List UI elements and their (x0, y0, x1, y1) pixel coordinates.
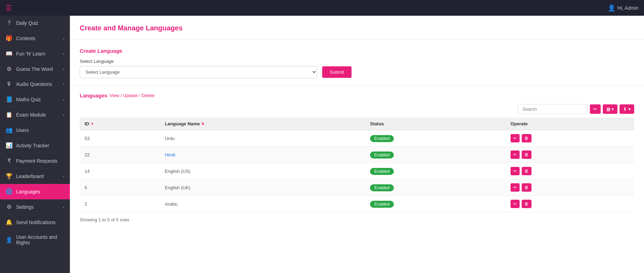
id-sort-icon[interactable]: ▼ (91, 122, 94, 126)
table-row: 5 English (UK) Enabled ✏ 🗑 (80, 179, 634, 196)
sidebar-icon-user-accounts: 👤 (6, 237, 13, 243)
sidebar-item-payment-requests[interactable]: ₹ Payment Requests (0, 153, 70, 169)
th-language-name: Language Name ⇅ (160, 118, 365, 130)
select-row: Select Language Submit (80, 66, 634, 78)
search-input[interactable] (518, 104, 588, 114)
cell-operate: ✏ 🗑 (506, 179, 634, 196)
table-body: 53 Urdu Enabled ✏ 🗑 22 Hindi Enabled (80, 130, 634, 212)
edit-button[interactable]: ✏ (511, 150, 520, 159)
sidebar-label-payment-requests: Payment Requests (16, 158, 64, 164)
sidebar-item-exam-module[interactable]: 📋 Exam Module › (0, 107, 70, 123)
main-wrapper: ? Daily Quiz 🎁 Contests › 📖 Fun 'N' Lear… (0, 0, 644, 273)
sidebar-label-exam-module: Exam Module (16, 112, 59, 118)
sidebar-item-users[interactable]: 👥 Users (0, 123, 70, 138)
sidebar-item-contests[interactable]: 🎁 Contests › (0, 31, 70, 46)
chevron-icon-exam-module: › (63, 113, 64, 117)
sidebar-item-guess-the-word[interactable]: ⚙ Guess The Word › (0, 61, 70, 77)
edit-button[interactable]: ✏ (511, 134, 520, 142)
delete-button[interactable]: 🗑 (522, 200, 531, 208)
delete-button[interactable]: 🗑 (522, 134, 531, 142)
sidebar-icon-payment-requests: ₹ (6, 157, 13, 164)
content-area: Create and Manage Languages Create Langu… (70, 16, 644, 273)
sidebar-icon-languages: 🌐 (6, 188, 13, 195)
sidebar-label-settings: Settings (16, 204, 59, 210)
sidebar-label-fun-learn: Fun 'N' Learn (16, 51, 59, 57)
sidebar-icon-daily-quiz: ? (6, 20, 13, 26)
sidebar-label-guess-the-word: Guess The Word (16, 66, 59, 72)
th-status: Status (365, 118, 506, 130)
sidebar-item-user-accounts[interactable]: 👤 User Accounts and Rights (0, 230, 70, 250)
user-info: 👤 Hi, Admin (608, 4, 638, 12)
sidebar-icon-settings: ⚙ (6, 204, 13, 210)
cell-status: Enabled (365, 196, 506, 212)
table-header: ID ▼ Language Name ⇅ Status Operate (80, 118, 634, 130)
edit-button[interactable]: ✏ (511, 183, 520, 192)
cell-id: 2 (80, 196, 160, 212)
edit-icon-button[interactable]: ✏ (590, 104, 601, 114)
cell-status: Enabled (365, 163, 506, 179)
sidebar-item-settings[interactable]: ⚙ Settings › (0, 199, 70, 215)
chevron-icon-maths-quiz: › (63, 97, 64, 102)
sidebar-item-languages[interactable]: 🌐 Languages (0, 184, 70, 199)
cell-operate: ✏ 🗑 (506, 130, 634, 147)
hamburger-icon[interactable]: ☰ (6, 4, 12, 12)
sidebar-icon-exam-module: 📋 (6, 111, 13, 118)
showing-rows-label: Showing 1 to 5 of 5 rows (80, 217, 634, 222)
user-greeting-label: Hi, Admin (617, 5, 638, 11)
delete-button[interactable]: 🗑 (522, 150, 531, 159)
cell-language-name[interactable]: Hindi (160, 147, 365, 163)
languages-section-title: Languages (80, 93, 107, 98)
sidebar-label-activity-tracker: Activity Tracker (16, 143, 64, 148)
sidebar-label-send-notifications: Send Notifications (16, 220, 64, 225)
sidebar-label-languages: Languages (16, 189, 64, 194)
page-title: Create and Manage Languages (80, 24, 634, 32)
sidebar-item-fun-learn[interactable]: 📖 Fun 'N' Learn › (0, 46, 70, 61)
language-name-link[interactable]: Hindi (165, 152, 175, 157)
operate-buttons: ✏ 🗑 (511, 183, 629, 192)
sidebar-icon-contests: 🎁 (6, 35, 13, 42)
operate-buttons: ✏ 🗑 (511, 134, 629, 142)
cell-language-name: Urdu (160, 130, 365, 147)
sidebar-item-send-notifications[interactable]: 🔔 Send Notifications (0, 215, 70, 230)
sidebar-item-daily-quiz[interactable]: ? Daily Quiz (0, 16, 70, 31)
chevron-icon-fun-learn: › (63, 52, 64, 56)
topbar: ☰ 👤 Hi, Admin (0, 0, 644, 16)
sidebar-item-audio-questions[interactable]: 🎙 Audio Questions › (0, 77, 70, 92)
download-button[interactable]: ⬇ ▾ (620, 104, 634, 114)
cell-operate: ✏ 🗑 (506, 163, 634, 179)
cell-operate: ✏ 🗑 (506, 147, 634, 163)
edit-button[interactable]: ✏ (511, 200, 520, 208)
status-badge: Enabled (370, 135, 394, 142)
languages-table: ID ▼ Language Name ⇅ Status Operate (80, 118, 634, 212)
operate-buttons: ✏ 🗑 (511, 200, 629, 208)
operate-buttons: ✏ 🗑 (511, 167, 629, 175)
sidebar-item-activity-tracker[interactable]: 📊 Activity Tracker (0, 138, 70, 153)
cell-status: Enabled (365, 147, 506, 163)
lang-sort-icon[interactable]: ⇅ (201, 122, 204, 126)
languages-section-subtitle: View / Update / Delete (109, 93, 154, 98)
languages-table-section: Languages View / Update / Delete ✏ ▦ ▾ ⬇… (70, 86, 644, 229)
languages-header: Languages View / Update / Delete (80, 93, 634, 98)
sidebar-item-maths-quiz[interactable]: 📘 Maths Quiz › (0, 92, 70, 107)
create-language-section: Create Language Select Language Select L… (70, 39, 644, 86)
status-badge: Enabled (370, 168, 394, 175)
sidebar-icon-fun-learn: 📖 (6, 50, 13, 57)
sidebar-label-maths-quiz: Maths Quiz (16, 97, 59, 102)
sidebar-label-audio-questions: Audio Questions (16, 81, 59, 87)
edit-button[interactable]: ✏ (511, 167, 520, 175)
sidebar-icon-leaderboard: 🏆 (6, 173, 13, 179)
columns-button[interactable]: ▦ ▾ (603, 104, 618, 114)
cell-id: 14 (80, 163, 160, 179)
page-title-section: Create and Manage Languages (70, 16, 644, 39)
sidebar-item-leaderboard[interactable]: 🏆 Leaderboard › (0, 169, 70, 184)
language-select[interactable]: Select Language (80, 66, 317, 78)
submit-button[interactable]: Submit (322, 66, 352, 78)
delete-button[interactable]: 🗑 (522, 183, 531, 192)
sidebar-label-user-accounts: User Accounts and Rights (16, 234, 64, 245)
sidebar-label-daily-quiz: Daily Quiz (16, 20, 64, 26)
table-toolbar: ✏ ▦ ▾ ⬇ ▾ (80, 104, 634, 114)
table-row: 53 Urdu Enabled ✏ 🗑 (80, 130, 634, 147)
delete-button[interactable]: 🗑 (522, 167, 531, 175)
th-id: ID ▼ (80, 118, 160, 130)
sidebar-icon-audio-questions: 🎙 (6, 81, 13, 87)
